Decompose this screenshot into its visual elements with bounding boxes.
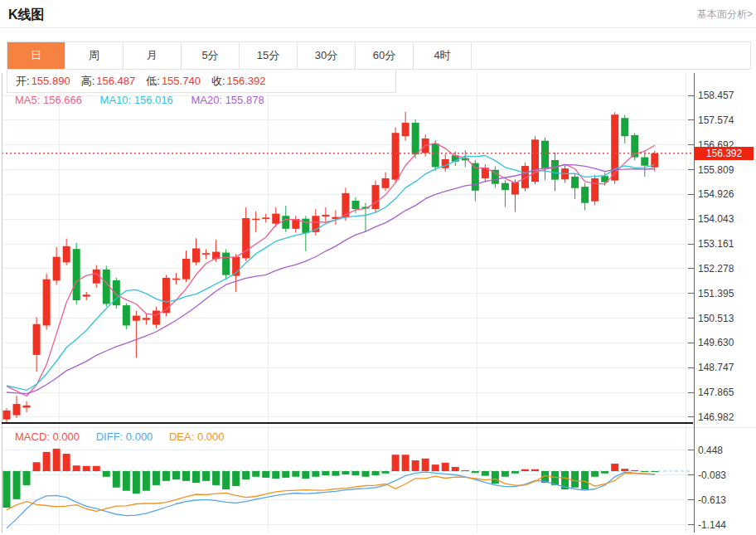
candlestick-series bbox=[3, 112, 659, 422]
kline-page: K线图 基本面分析> 日 周 月 5分 15分 30分 60分 4时 158.4… bbox=[0, 0, 756, 535]
ma5-legend: MA5: 156.666 bbox=[15, 94, 82, 106]
ohlc-readout: 开:155.890高:156.487低:155.740收:156.392 bbox=[7, 70, 396, 93]
price-tick-label: 150.513 bbox=[698, 313, 734, 324]
price-tick-label: 148.747 bbox=[698, 362, 734, 373]
ma10-legend: MA10: 156.016 bbox=[100, 94, 173, 106]
high-label: 高: bbox=[81, 75, 95, 87]
price-tick-label: 147.865 bbox=[698, 387, 734, 398]
macd-tick-label: -0.613 bbox=[698, 494, 726, 506]
ma20-legend: MA20: 155.878 bbox=[191, 94, 264, 106]
dea-value-legend: DEA: 0.000 bbox=[169, 430, 225, 443]
macd-panel bbox=[2, 449, 691, 528]
macd-tick-label: 0.448 bbox=[698, 445, 723, 456]
price-axis-labels: 158.457157.574156.692155.809154.926154.0… bbox=[688, 90, 734, 423]
price-tick-label: 152.278 bbox=[698, 263, 734, 275]
price-tick-label: 155.809 bbox=[698, 164, 734, 176]
high-value: 156.487 bbox=[96, 75, 135, 87]
low-value: 155.740 bbox=[162, 75, 201, 87]
open-value: 155.890 bbox=[32, 75, 70, 87]
price-tick-label: 157.574 bbox=[698, 114, 734, 126]
close-value: 156.392 bbox=[227, 75, 266, 87]
price-tick-label: 153.161 bbox=[698, 238, 734, 250]
price-tick-label: 154.926 bbox=[698, 188, 734, 200]
close-label: 收: bbox=[211, 75, 225, 87]
price-tick-label: 158.457 bbox=[698, 90, 734, 101]
price-tick-label: 149.630 bbox=[698, 337, 734, 348]
price-tick-label: 154.043 bbox=[698, 213, 734, 225]
macd-legend: MACD: 0.000 DIFF: 0.000 DEA: 0.000 bbox=[15, 430, 225, 444]
macd-tick-label: -0.083 bbox=[698, 469, 726, 481]
macd-value-legend: MACD: 0.000 bbox=[15, 430, 80, 443]
diff-value-legend: DIFF: 0.000 bbox=[96, 430, 153, 443]
price-tick-label: 151.395 bbox=[698, 288, 734, 299]
current-price-badge: 156.392 bbox=[695, 147, 754, 160]
ma-legend: MA5: 156.666 MA10: 156.016 MA20: 155.878 bbox=[15, 93, 264, 107]
low-label: 低: bbox=[146, 75, 160, 87]
price-tick-label: 146.982 bbox=[698, 411, 734, 423]
open-label: 开: bbox=[16, 75, 30, 87]
macd-tick-label: -1.144 bbox=[698, 519, 726, 531]
